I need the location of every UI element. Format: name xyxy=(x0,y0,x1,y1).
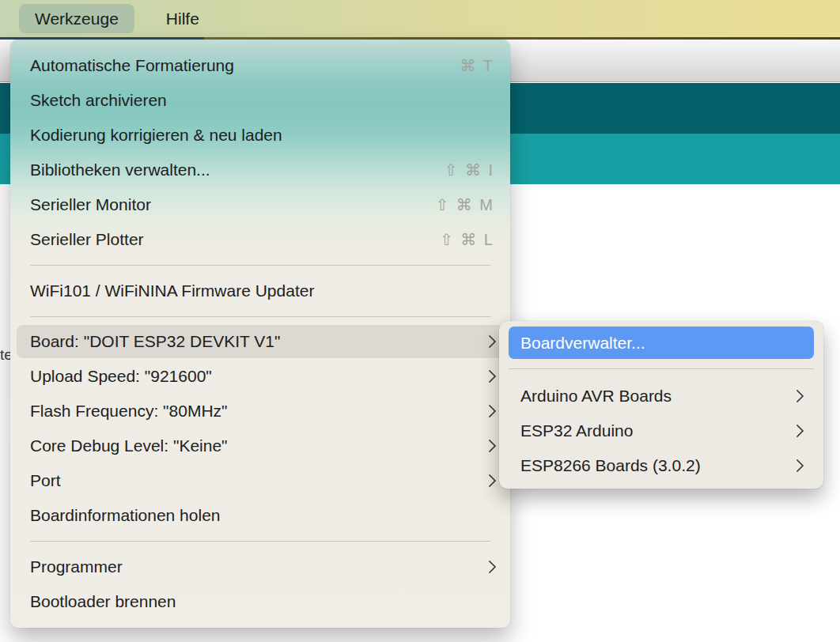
menu-item-bibliotheken-verwalten[interactable]: Bibliotheken verwalten... ⇧ ⌘ I xyxy=(17,153,504,187)
submenu-item-boardverwalter[interactable]: Boardverwalter... xyxy=(509,327,814,359)
menu-item-label: Kodierung korrigieren & neu laden xyxy=(30,126,494,145)
menu-item-sketch-archivieren[interactable]: Sketch archivieren xyxy=(17,83,504,118)
menubar-item-label: Hilfe xyxy=(166,9,199,28)
menu-separator xyxy=(30,541,490,542)
submenu-chevron-icon xyxy=(483,405,497,418)
menu-bar: Werkzeuge Hilfe xyxy=(0,0,840,37)
shortcut-label: ⇧ ⌘ L xyxy=(440,230,494,249)
submenu-chevron-icon xyxy=(483,474,497,488)
shortcut-label: ⌘ T xyxy=(460,56,494,75)
menu-item-label: Upload Speed: "921600" xyxy=(30,367,474,386)
menu-item-auto-format[interactable]: Automatische Formatierung ⌘ T xyxy=(17,48,504,83)
submenu-item-arduino-avr-boards[interactable]: Arduino AVR Boards xyxy=(509,379,814,414)
menu-separator xyxy=(30,316,490,317)
submenu-chevron-icon xyxy=(483,370,497,383)
menu-item-label: Board: "DOIT ESP32 DEVKIT V1" xyxy=(30,332,474,351)
menu-item-label: Programmer xyxy=(30,557,474,576)
menu-item-label: ESP8266 Boards (3.0.2) xyxy=(520,456,781,475)
submenu-chevron-icon xyxy=(483,440,497,453)
submenu-chevron-icon xyxy=(791,425,804,438)
submenu-chevron-icon xyxy=(791,390,804,403)
board-submenu: Boardverwalter... Arduino AVR Boards ESP… xyxy=(499,321,823,489)
menu-item-label: Serieller Monitor xyxy=(30,195,435,214)
submenu-chevron-icon xyxy=(483,561,497,574)
menu-item-label: Flash Frequency: "80MHz" xyxy=(30,402,474,421)
submenu-item-esp32-arduino[interactable]: ESP32 Arduino xyxy=(509,414,814,448)
menu-item-label: Port xyxy=(30,471,474,490)
menu-item-label: Automatische Formatierung xyxy=(30,56,460,75)
menu-item-label: WiFi101 / WiFiNINA Firmware Updater xyxy=(30,281,494,300)
menu-separator xyxy=(30,265,490,266)
submenu-chevron-icon xyxy=(483,335,497,349)
menu-item-core-debug-level[interactable]: Core Debug Level: "Keine" xyxy=(17,429,504,463)
submenu-item-esp8266-boards[interactable]: ESP8266 Boards (3.0.2) xyxy=(509,448,814,483)
menubar-item-hilfe[interactable]: Hilfe xyxy=(150,4,215,33)
menu-item-label: Core Debug Level: "Keine" xyxy=(30,436,474,455)
tools-menu: Automatische Formatierung ⌘ T Sketch arc… xyxy=(10,40,510,628)
menu-item-label: Arduino AVR Boards xyxy=(520,387,781,406)
menu-item-programmer[interactable]: Programmer xyxy=(17,549,504,584)
menubar-item-label: Werkzeuge xyxy=(35,9,119,28)
menu-item-bootloader-brennen[interactable]: Bootloader brennen xyxy=(17,584,504,619)
menu-item-label: Serieller Plotter xyxy=(30,230,440,249)
menu-item-label: Bootloader brennen xyxy=(30,592,494,611)
menu-separator xyxy=(509,368,814,369)
menu-item-board[interactable]: Board: "DOIT ESP32 DEVKIT V1" xyxy=(17,325,504,358)
menu-item-upload-speed[interactable]: Upload Speed: "921600" xyxy=(17,359,504,394)
menu-item-serieller-plotter[interactable]: Serieller Plotter ⇧ ⌘ L xyxy=(17,222,504,257)
menu-item-flash-frequency[interactable]: Flash Frequency: "80MHz" xyxy=(17,394,504,429)
menu-item-wifi-firmware-updater[interactable]: WiFi101 / WiFiNINA Firmware Updater xyxy=(17,274,504,308)
menu-item-port[interactable]: Port xyxy=(17,463,504,498)
menu-item-label: Boardinformationen holen xyxy=(30,506,494,525)
submenu-chevron-icon xyxy=(791,459,804,473)
menu-item-boardinformationen[interactable]: Boardinformationen holen xyxy=(17,498,504,533)
menu-item-label: Bibliotheken verwalten... xyxy=(30,160,445,179)
menubar-item-werkzeuge[interactable]: Werkzeuge xyxy=(19,4,134,33)
shortcut-label: ⇧ ⌘ M xyxy=(435,195,494,214)
menu-item-label: Sketch archivieren xyxy=(30,91,494,110)
menu-item-kodierung-korrigieren[interactable]: Kodierung korrigieren & neu laden xyxy=(17,118,504,153)
menu-item-label: Boardverwalter... xyxy=(520,334,802,353)
shortcut-label: ⇧ ⌘ I xyxy=(445,160,494,179)
menu-item-serieller-monitor[interactable]: Serieller Monitor ⇧ ⌘ M xyxy=(17,187,504,222)
menu-item-label: ESP32 Arduino xyxy=(520,421,781,440)
